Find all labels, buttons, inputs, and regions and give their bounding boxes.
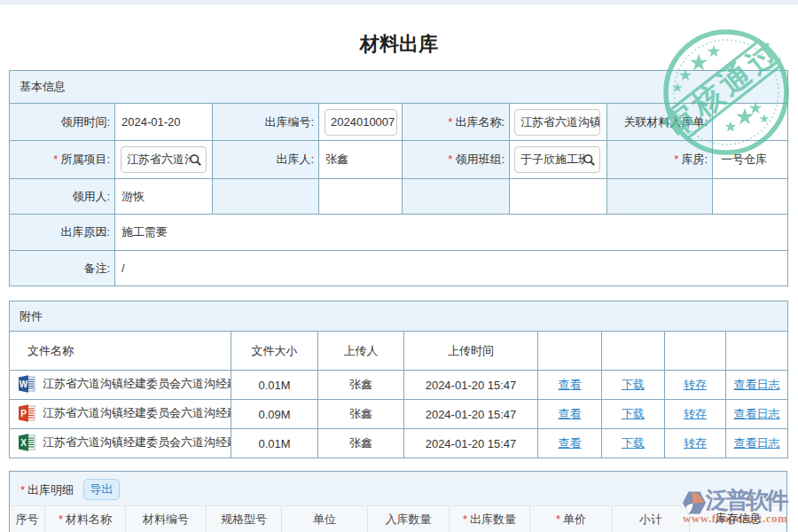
svg-text:W: W bbox=[20, 379, 28, 388]
svg-text:P: P bbox=[20, 408, 27, 418]
svg-text:X: X bbox=[20, 437, 27, 447]
